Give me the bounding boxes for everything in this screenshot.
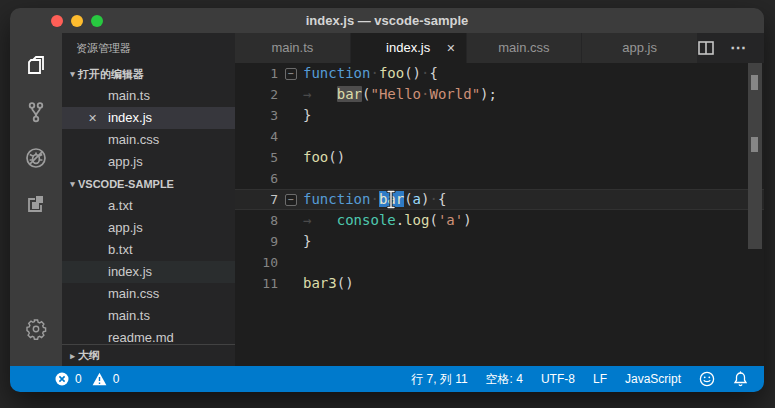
activity-explorer-button[interactable] [12, 43, 60, 89]
tab-label: main.ts [271, 40, 313, 55]
tab-label: app.js [622, 40, 657, 55]
activity-source-control-button[interactable] [12, 89, 60, 135]
warning-icon [92, 372, 107, 386]
code-line-4[interactable]: 4 [235, 126, 764, 147]
close-icon[interactable]: ✕ [88, 107, 97, 129]
code-line-2[interactable]: 2→ bar("Hello·World"); [235, 84, 764, 105]
open-editors-section-header[interactable]: ▾打开的编辑器 [62, 63, 235, 85]
encoding-status[interactable]: UTF-8 [541, 372, 575, 386]
section-label: VSCODE-SAMPLE [78, 178, 174, 190]
folder-section-header[interactable]: ▾VSCODE-SAMPLE [62, 173, 235, 195]
fold-gutter [278, 84, 303, 105]
explorer-sidebar: 资源管理器 ▾打开的编辑器main.ts✕index.jsmain.cssapp… [62, 33, 235, 366]
fold-gutter [278, 147, 303, 168]
file-label: b.txt [108, 242, 133, 257]
settings-gear-button[interactable] [12, 306, 60, 352]
code-line-5[interactable]: 5foo() [235, 147, 764, 168]
file-label: main.css [108, 132, 159, 147]
code-editor[interactable]: 1−function·foo()·{2→ bar("Hello·World");… [235, 63, 764, 366]
code-line-11[interactable]: 11bar3() [235, 273, 764, 294]
editor-group: main.tsindex.js✕main.cssapp.js ⋯ 1−funct… [235, 33, 764, 366]
tree-item-main.css[interactable]: main.css [62, 283, 235, 305]
code-line-1[interactable]: 1−function·foo()·{ [235, 63, 764, 84]
line-number: 1 [235, 63, 278, 84]
extensions-icon [23, 191, 49, 217]
line-number: 3 [235, 105, 278, 126]
line-number: 9 [235, 231, 278, 252]
fold-gutter [278, 231, 303, 252]
fold-gutter [278, 126, 303, 147]
status-bar: 0 0 行 7, 列 11 空格: 4 UTF-8 LF JavaScript [10, 366, 764, 392]
tree-item-index.js[interactable]: index.js [62, 261, 235, 283]
language-mode-status[interactable]: JavaScript [625, 372, 681, 386]
chevron-expanded-icon: ▾ [67, 69, 78, 79]
fold-icon[interactable]: − [278, 63, 303, 84]
tree-item-readme.md[interactable]: readme.md [62, 327, 235, 344]
split-editor-icon[interactable] [698, 41, 714, 55]
line-number: 8 [235, 210, 278, 231]
open-editors-item-index.js[interactable]: ✕index.js [62, 107, 235, 129]
tab-main.ts[interactable]: main.ts [235, 33, 351, 63]
activity-bar [10, 33, 62, 366]
outline-section-header[interactable]: ▸ 大纲 [62, 344, 235, 366]
explorer-tree: ▾打开的编辑器main.ts✕index.jsmain.cssapp.js▾VS… [62, 63, 235, 344]
cursor-position-status[interactable]: 行 7, 列 11 [411, 371, 467, 388]
code-line-3[interactable]: 3} [235, 105, 764, 126]
tree-item-a.txt[interactable]: a.txt [62, 195, 235, 217]
open-editors-item-app.js[interactable]: app.js [62, 151, 235, 173]
more-actions-icon[interactable]: ⋯ [730, 43, 748, 53]
notifications-bell-icon[interactable] [733, 371, 748, 387]
file-label: readme.md [108, 330, 174, 344]
open-editors-item-main.ts[interactable]: main.ts [62, 85, 235, 107]
gear-icon [24, 317, 48, 341]
warning-count: 0 [113, 372, 120, 386]
window-title: index.js — vscode-sample [10, 8, 764, 33]
overview-ruler-mark [751, 137, 758, 152]
tab-index.js[interactable]: index.js✕ [351, 33, 467, 63]
files-icon [23, 53, 49, 79]
code-line-6[interactable]: 6 [235, 168, 764, 189]
editor-scrollbar[interactable] [748, 63, 762, 249]
fold-gutter [278, 105, 303, 126]
indentation-status[interactable]: 空格: 4 [486, 371, 523, 388]
line-number: 7 [235, 189, 278, 210]
tab-label: main.css [498, 40, 549, 55]
tab-main.css[interactable]: main.css [467, 33, 583, 63]
fold-gutter [278, 168, 303, 189]
tree-item-main.ts[interactable]: main.ts [62, 305, 235, 327]
error-count: 0 [75, 372, 82, 386]
file-label: app.js [108, 154, 143, 169]
eol-status[interactable]: LF [593, 372, 607, 386]
open-editors-item-main.css[interactable]: main.css [62, 129, 235, 151]
code-text: → bar("Hello·World"); [303, 84, 497, 105]
fold-icon[interactable]: − [278, 189, 303, 210]
close-icon[interactable]: ✕ [446, 33, 455, 63]
file-label: index.js [108, 110, 152, 125]
code-line-8[interactable]: 8→ console.log('a') [235, 210, 764, 231]
line-number: 11 [235, 273, 278, 294]
debug-disabled-icon [23, 145, 49, 171]
code-line-7[interactable]: 7−function·bar(a)·{ [235, 189, 764, 210]
code-line-9[interactable]: 9} [235, 231, 764, 252]
title-bar[interactable]: index.js — vscode-sample [10, 8, 764, 33]
error-icon [55, 372, 69, 386]
code-text: function·bar(a)·{ [303, 189, 446, 210]
activity-debug-button[interactable] [12, 135, 60, 181]
feedback-smiley-icon[interactable] [699, 371, 715, 387]
tree-item-app.js[interactable]: app.js [62, 217, 235, 239]
tab-app.js[interactable]: app.js [582, 33, 698, 63]
problems-status[interactable]: 0 0 [55, 372, 119, 386]
code-text: → console.log('a') [303, 210, 472, 231]
tree-item-b.txt[interactable]: b.txt [62, 239, 235, 261]
activity-extensions-button[interactable] [12, 181, 60, 227]
fold-gutter [278, 210, 303, 231]
code-text: foo() [303, 147, 345, 168]
code-line-10[interactable]: 10 [235, 252, 764, 273]
tab-label: index.js [386, 40, 430, 55]
overview-ruler-mark [751, 75, 758, 90]
fold-gutter [278, 252, 303, 273]
file-label: app.js [108, 220, 143, 235]
section-label: 打开的编辑器 [78, 67, 144, 82]
tab-bar: main.tsindex.js✕main.cssapp.js ⋯ [235, 33, 764, 63]
chevron-expanded-icon: ▾ [67, 179, 78, 189]
